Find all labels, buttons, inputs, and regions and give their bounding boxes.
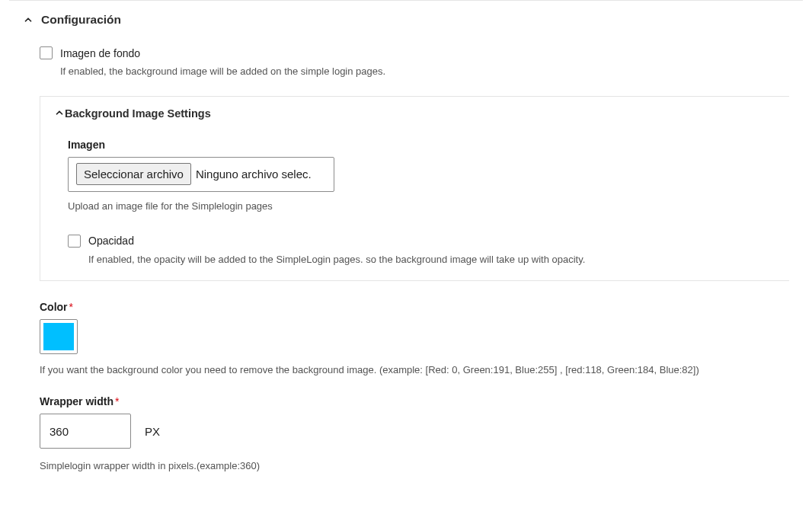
bg-settings-toggle[interactable]: Background Image Settings xyxy=(40,97,789,131)
color-swatch xyxy=(43,323,74,350)
wrapper-width-input[interactable] xyxy=(40,414,131,449)
image-label: Imagen xyxy=(68,139,766,151)
bg-image-helper: If enabled, the background image will be… xyxy=(60,64,789,79)
file-status-text: Ninguno archivo selec. xyxy=(196,168,312,181)
config-section-title: Configuración xyxy=(41,13,121,27)
required-indicator: * xyxy=(69,301,73,313)
color-picker[interactable] xyxy=(40,319,78,354)
bg-image-checkbox[interactable] xyxy=(40,46,53,59)
config-section-toggle[interactable]: Configuración xyxy=(9,1,803,39)
opacity-helper: If enabled, the opacity will be added to… xyxy=(88,252,766,267)
bg-image-checkbox-label: Imagen de fondo xyxy=(60,47,140,59)
bg-settings-title: Background Image Settings xyxy=(65,107,211,120)
opacity-checkbox-label: Opacidad xyxy=(88,235,134,247)
chevron-up-icon xyxy=(54,107,65,120)
image-helper: Upload an image file for the Simplelogin… xyxy=(68,200,766,213)
image-file-input[interactable]: Seleccionar archivo Ninguno archivo sele… xyxy=(68,157,334,192)
chevron-up-icon xyxy=(23,14,34,25)
opacity-checkbox[interactable] xyxy=(68,235,81,248)
color-label: Color xyxy=(40,301,68,313)
required-indicator: * xyxy=(115,395,119,407)
file-select-button[interactable]: Seleccionar archivo xyxy=(76,163,191,185)
wrapper-width-unit: PX xyxy=(145,425,160,438)
wrapper-width-helper: Simplelogin wrapper width in pixels.(exa… xyxy=(40,459,803,473)
color-helper: If you want the background color you nee… xyxy=(40,363,803,377)
wrapper-width-label: Wrapper width xyxy=(40,395,113,407)
